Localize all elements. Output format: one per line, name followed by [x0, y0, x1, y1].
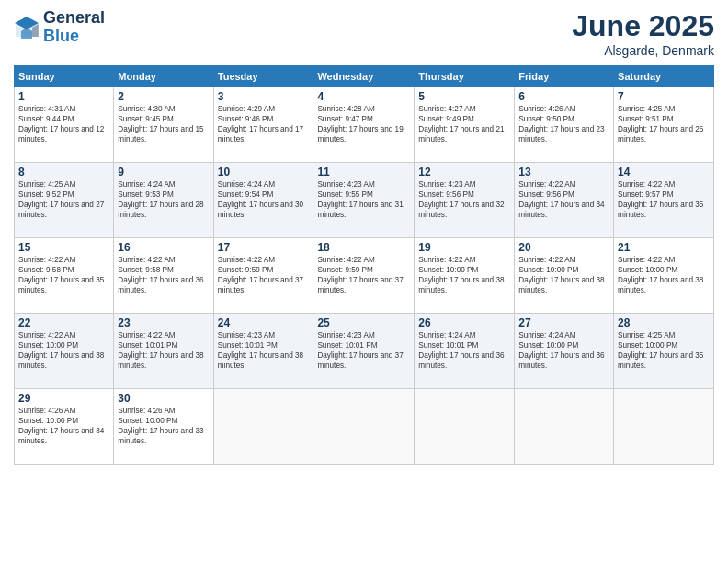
table-row: 21Sunrise: 4:22 AM Sunset: 10:00 PM Dayl…: [614, 238, 714, 314]
day-info: Sunrise: 4:24 AM Sunset: 10:01 PM Daylig…: [418, 330, 510, 371]
table-row: 1Sunrise: 4:31 AM Sunset: 9:44 PM Daylig…: [15, 87, 114, 163]
table-row: [415, 389, 515, 465]
calendar: Sunday Monday Tuesday Wednesday Thursday…: [14, 65, 714, 465]
day-number: 12: [418, 166, 510, 178]
day-number: 18: [317, 241, 410, 254]
day-number: 22: [18, 316, 109, 329]
table-row: 9Sunrise: 4:24 AM Sunset: 9:53 PM Daylig…: [114, 163, 213, 238]
day-number: 4: [317, 90, 410, 103]
day-info: Sunrise: 4:25 AM Sunset: 9:52 PM Dayligh…: [18, 179, 109, 220]
calendar-week-row: 22Sunrise: 4:22 AM Sunset: 10:00 PM Dayl…: [15, 314, 714, 389]
day-info: Sunrise: 4:22 AM Sunset: 10:00 PM Daylig…: [18, 330, 109, 371]
table-row: 2Sunrise: 4:30 AM Sunset: 9:45 PM Daylig…: [114, 87, 213, 163]
table-row: 26Sunrise: 4:24 AM Sunset: 10:01 PM Dayl…: [415, 314, 515, 389]
day-number: 21: [618, 241, 710, 254]
day-info: Sunrise: 4:22 AM Sunset: 10:00 PM Daylig…: [518, 255, 609, 295]
logo-icon: [14, 15, 40, 40]
day-number: 20: [518, 241, 609, 254]
logo: General Blue: [14, 9, 105, 46]
day-number: 23: [118, 316, 209, 329]
table-row: 10Sunrise: 4:24 AM Sunset: 9:54 PM Dayli…: [213, 163, 313, 238]
day-number: 11: [317, 166, 410, 178]
table-row: 20Sunrise: 4:22 AM Sunset: 10:00 PM Dayl…: [515, 238, 614, 314]
col-monday: Monday: [114, 66, 213, 87]
day-info: Sunrise: 4:26 AM Sunset: 9:50 PM Dayligh…: [518, 104, 609, 144]
day-number: 8: [18, 166, 109, 178]
day-number: 15: [18, 241, 109, 254]
table-row: 22Sunrise: 4:22 AM Sunset: 10:00 PM Dayl…: [15, 314, 114, 389]
day-number: 16: [118, 241, 209, 254]
col-sunday: Sunday: [15, 66, 114, 87]
table-row: 19Sunrise: 4:22 AM Sunset: 10:00 PM Dayl…: [415, 238, 515, 314]
table-row: 23Sunrise: 4:22 AM Sunset: 10:01 PM Dayl…: [114, 314, 213, 389]
day-info: Sunrise: 4:22 AM Sunset: 9:56 PM Dayligh…: [518, 179, 609, 220]
table-row: 8Sunrise: 4:25 AM Sunset: 9:52 PM Daylig…: [15, 163, 114, 238]
table-row: 18Sunrise: 4:22 AM Sunset: 9:59 PM Dayli…: [313, 238, 415, 314]
day-number: 13: [518, 166, 609, 178]
table-row: [213, 389, 313, 465]
table-row: 15Sunrise: 4:22 AM Sunset: 9:58 PM Dayli…: [15, 238, 114, 314]
day-number: 28: [618, 316, 710, 329]
day-info: Sunrise: 4:22 AM Sunset: 10:00 PM Daylig…: [418, 255, 510, 295]
day-number: 5: [418, 90, 510, 103]
day-info: Sunrise: 4:29 AM Sunset: 9:46 PM Dayligh…: [218, 104, 310, 144]
table-row: [515, 389, 614, 465]
day-info: Sunrise: 4:31 AM Sunset: 9:44 PM Dayligh…: [18, 104, 109, 144]
table-row: 4Sunrise: 4:28 AM Sunset: 9:47 PM Daylig…: [313, 87, 415, 163]
day-info: Sunrise: 4:22 AM Sunset: 10:00 PM Daylig…: [618, 255, 710, 295]
day-number: 1: [18, 90, 109, 103]
calendar-week-row: 1Sunrise: 4:31 AM Sunset: 9:44 PM Daylig…: [15, 87, 714, 163]
logo-line2: Blue: [43, 28, 105, 46]
table-row: [614, 389, 714, 465]
table-row: 7Sunrise: 4:25 AM Sunset: 9:51 PM Daylig…: [614, 87, 714, 163]
table-row: 25Sunrise: 4:23 AM Sunset: 10:01 PM Dayl…: [313, 314, 415, 389]
col-saturday: Saturday: [614, 66, 714, 87]
table-row: [313, 389, 415, 465]
day-number: 7: [618, 90, 710, 103]
day-number: 29: [18, 392, 109, 405]
col-thursday: Thursday: [415, 66, 515, 87]
table-row: 5Sunrise: 4:27 AM Sunset: 9:49 PM Daylig…: [415, 87, 515, 163]
day-number: 10: [218, 166, 310, 178]
day-info: Sunrise: 4:23 AM Sunset: 9:56 PM Dayligh…: [418, 179, 510, 220]
calendar-week-row: 8Sunrise: 4:25 AM Sunset: 9:52 PM Daylig…: [15, 163, 714, 238]
table-row: 28Sunrise: 4:25 AM Sunset: 10:00 PM Dayl…: [614, 314, 714, 389]
title-block: June 2025 Alsgarde, Denmark: [572, 9, 714, 58]
day-number: 9: [118, 166, 209, 178]
day-info: Sunrise: 4:24 AM Sunset: 9:54 PM Dayligh…: [218, 179, 310, 220]
location: Alsgarde, Denmark: [572, 43, 714, 58]
day-info: Sunrise: 4:22 AM Sunset: 9:58 PM Dayligh…: [118, 255, 209, 295]
logo-line1: General: [43, 9, 105, 28]
table-row: 13Sunrise: 4:22 AM Sunset: 9:56 PM Dayli…: [515, 163, 614, 238]
day-info: Sunrise: 4:25 AM Sunset: 9:51 PM Dayligh…: [618, 104, 710, 144]
header: General Blue June 2025 Alsgarde, Denmark: [14, 9, 714, 58]
day-number: 6: [518, 90, 609, 103]
day-number: 26: [418, 316, 510, 329]
day-number: 25: [317, 316, 410, 329]
table-row: 16Sunrise: 4:22 AM Sunset: 9:58 PM Dayli…: [114, 238, 213, 314]
month-title: June 2025: [572, 9, 714, 43]
day-info: Sunrise: 4:26 AM Sunset: 10:00 PM Daylig…: [18, 406, 109, 446]
table-row: 27Sunrise: 4:24 AM Sunset: 10:00 PM Dayl…: [515, 314, 614, 389]
col-wednesday: Wednesday: [313, 66, 415, 87]
day-info: Sunrise: 4:23 AM Sunset: 10:01 PM Daylig…: [218, 330, 310, 371]
day-number: 30: [118, 392, 209, 405]
day-info: Sunrise: 4:22 AM Sunset: 9:58 PM Dayligh…: [18, 255, 109, 295]
calendar-week-row: 15Sunrise: 4:22 AM Sunset: 9:58 PM Dayli…: [15, 238, 714, 314]
table-row: 30Sunrise: 4:26 AM Sunset: 10:00 PM Dayl…: [114, 389, 213, 465]
logo-text: General Blue: [43, 9, 105, 46]
calendar-header-row: Sunday Monday Tuesday Wednesday Thursday…: [15, 66, 714, 87]
day-info: Sunrise: 4:23 AM Sunset: 9:55 PM Dayligh…: [317, 179, 410, 220]
table-row: 17Sunrise: 4:22 AM Sunset: 9:59 PM Dayli…: [213, 238, 313, 314]
day-info: Sunrise: 4:26 AM Sunset: 10:00 PM Daylig…: [118, 406, 209, 446]
day-info: Sunrise: 4:28 AM Sunset: 9:47 PM Dayligh…: [317, 104, 410, 144]
table-row: 12Sunrise: 4:23 AM Sunset: 9:56 PM Dayli…: [415, 163, 515, 238]
col-tuesday: Tuesday: [213, 66, 313, 87]
table-row: 6Sunrise: 4:26 AM Sunset: 9:50 PM Daylig…: [515, 87, 614, 163]
calendar-week-row: 29Sunrise: 4:26 AM Sunset: 10:00 PM Dayl…: [15, 389, 714, 465]
table-row: 11Sunrise: 4:23 AM Sunset: 9:55 PM Dayli…: [313, 163, 415, 238]
day-number: 14: [618, 166, 710, 178]
day-number: 19: [418, 241, 510, 254]
table-row: 24Sunrise: 4:23 AM Sunset: 10:01 PM Dayl…: [213, 314, 313, 389]
day-info: Sunrise: 4:22 AM Sunset: 9:57 PM Dayligh…: [618, 179, 710, 220]
